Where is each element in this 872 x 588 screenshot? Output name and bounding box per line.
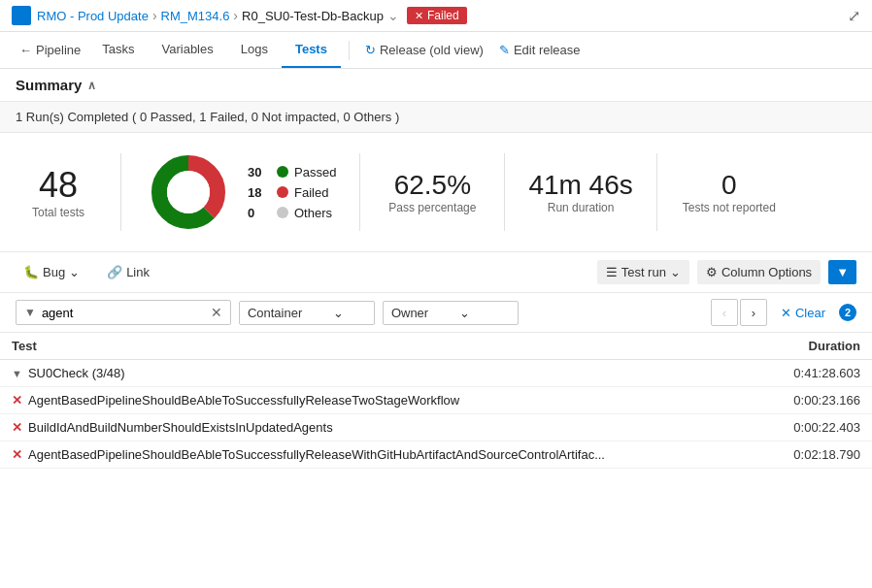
test-case-name[interactable]: BuildIdAndBuildNumberShouldExistsInUpdat… bbox=[28, 420, 333, 435]
bug-button[interactable]: 🐛 Bug ⌄ bbox=[16, 261, 87, 283]
chart-legend: 30 Passed 18 Failed 0 Others bbox=[248, 165, 336, 220]
test-case-name[interactable]: AgentBasedPipelineShouldBeAbleToSuccessf… bbox=[28, 447, 605, 462]
test-name-cell: ✕AgentBasedPipelineShouldBeAbleToSuccess… bbox=[0, 441, 761, 469]
refresh-icon: ↻ bbox=[365, 43, 376, 57]
container-label: Container bbox=[248, 306, 302, 320]
prev-page-button[interactable]: ‹ bbox=[711, 299, 738, 326]
test-case-name[interactable]: AgentBasedPipelineShouldBeAbleToSuccessf… bbox=[28, 393, 459, 408]
failed-dot bbox=[277, 186, 288, 198]
test-duration-cell: 0:00:23.166 bbox=[761, 387, 872, 414]
edit-release-label: Edit release bbox=[514, 43, 581, 57]
passed-dot bbox=[277, 166, 288, 178]
test-run-label: Test run bbox=[621, 265, 666, 279]
test-run-button[interactable]: ☰ Test run ⌄ bbox=[597, 260, 689, 284]
search-input[interactable] bbox=[42, 306, 205, 320]
search-filter-wrap: ▼ ✕ bbox=[16, 300, 231, 325]
failed-count: 18 bbox=[248, 185, 271, 200]
total-tests-label: Total tests bbox=[19, 206, 97, 219]
breadcrumb-dropdown-icon[interactable]: ⌄ bbox=[387, 8, 399, 23]
owner-dropdown[interactable]: Owner ⌄ bbox=[383, 301, 519, 325]
filter-active-button[interactable]: ▼ bbox=[828, 260, 856, 284]
expand-button[interactable]: ⤢ bbox=[848, 7, 860, 25]
table-row: ▼SU0Check (3/48)0:41:28.603 bbox=[0, 360, 872, 387]
tab-tests[interactable]: Tests bbox=[282, 32, 341, 68]
test-fail-icon: ✕ bbox=[12, 393, 22, 408]
clear-x-icon: ✕ bbox=[781, 306, 791, 320]
test-table-wrap: Test Duration ▼SU0Check (3/48)0:41:28.60… bbox=[0, 333, 872, 469]
back-icon: ← bbox=[19, 43, 32, 57]
duration-value: 41m 46s bbox=[528, 170, 632, 201]
container-dropdown[interactable]: Container ⌄ bbox=[239, 301, 375, 325]
link-label: Link bbox=[126, 265, 150, 279]
bug-dropdown-icon: ⌄ bbox=[69, 265, 80, 279]
toolbar-right: ☰ Test run ⌄ ⚙ Column Options ▼ bbox=[597, 260, 856, 284]
tab-logs[interactable]: Logs bbox=[227, 32, 282, 68]
filter-count-badge: 2 bbox=[839, 304, 856, 321]
nav-tabs: ← Pipeline Tasks Variables Logs Tests ↻ … bbox=[0, 32, 872, 69]
column-options-button[interactable]: ⚙ Column Options bbox=[697, 260, 821, 284]
edit-release-link[interactable]: ✎ Edit release bbox=[491, 33, 588, 67]
divider-1 bbox=[120, 153, 121, 231]
run-info-bar: 1 Run(s) Completed ( 0 Passed, 1 Failed,… bbox=[0, 101, 872, 133]
clear-search-icon[interactable]: ✕ bbox=[211, 305, 222, 320]
link-button[interactable]: 🔗 Link bbox=[99, 261, 157, 283]
test-name-cell: ✕AgentBasedPipelineShouldBeAbleToSuccess… bbox=[0, 387, 761, 414]
next-page-button[interactable]: › bbox=[740, 299, 767, 326]
edit-icon: ✎ bbox=[499, 43, 510, 57]
breadcrumb-item-rmo[interactable]: RMO - Prod Update bbox=[37, 9, 149, 23]
summary-chevron: ∧ bbox=[87, 79, 96, 92]
failed-label: Failed bbox=[294, 185, 328, 200]
test-duration-cell: 0:41:28.603 bbox=[761, 360, 872, 387]
table-header-row: Test Duration bbox=[0, 333, 872, 360]
tab-tasks[interactable]: Tasks bbox=[88, 32, 148, 68]
passed-label: Passed bbox=[294, 165, 336, 180]
test-fail-icon: ✕ bbox=[12, 447, 22, 462]
not-reported-block: 0 Tests not reported bbox=[681, 170, 778, 214]
column-options-icon: ⚙ bbox=[706, 265, 718, 279]
duration-label: Run duration bbox=[528, 201, 632, 214]
expand-arrow[interactable]: ▼ bbox=[12, 368, 22, 379]
owner-label: Owner bbox=[391, 306, 428, 320]
back-pipeline[interactable]: ← Pipeline bbox=[12, 33, 88, 67]
others-count: 0 bbox=[248, 206, 271, 220]
divider-4 bbox=[656, 153, 657, 231]
group-name[interactable]: SU0Check (3/48) bbox=[28, 366, 125, 380]
breadcrumb-item-rm[interactable]: RM_M134.6 bbox=[161, 9, 230, 23]
not-reported-label: Tests not reported bbox=[681, 201, 778, 214]
svg-point-3 bbox=[167, 171, 210, 213]
stats-area: 48 Total tests 30 Passed 18 bbox=[0, 133, 872, 252]
summary-section: Summary ∧ bbox=[0, 69, 872, 101]
test-duration-cell: 0:00:22.403 bbox=[761, 414, 872, 441]
back-label: Pipeline bbox=[36, 43, 81, 57]
total-tests-block: 48 Total tests bbox=[19, 165, 97, 219]
summary-header[interactable]: Summary ∧ bbox=[16, 77, 856, 93]
breadcrumb-sep-2: › bbox=[233, 8, 238, 23]
status-badge: Failed bbox=[407, 7, 467, 24]
table-row: ✕BuildIdAndBuildNumberShouldExistsInUpda… bbox=[0, 414, 872, 441]
test-run-icon: ☰ bbox=[606, 265, 618, 279]
pagination-arrows: ‹ › bbox=[711, 299, 767, 326]
old-view-link[interactable]: ↻ Release (old view) bbox=[357, 33, 491, 67]
duration-block: 41m 46s Run duration bbox=[528, 170, 632, 214]
table-row: ✕AgentBasedPipelineShouldBeAbleToSuccess… bbox=[0, 441, 872, 469]
pass-pct-label: Pass percentage bbox=[384, 201, 481, 214]
test-name-cell: ▼SU0Check (3/48) bbox=[0, 360, 761, 387]
test-duration-cell: 0:02:18.790 bbox=[761, 441, 872, 469]
test-fail-icon: ✕ bbox=[12, 420, 22, 435]
donut-chart bbox=[145, 148, 232, 236]
bug-label: Bug bbox=[43, 265, 65, 279]
search-filter-icon: ▼ bbox=[24, 306, 36, 319]
clear-filters-button[interactable]: ✕ Clear bbox=[775, 302, 831, 324]
filter-icon: ▼ bbox=[836, 265, 849, 279]
total-tests-count: 48 bbox=[19, 165, 97, 206]
column-options-label: Column Options bbox=[721, 265, 812, 279]
test-run-dropdown-icon: ⌄ bbox=[670, 265, 681, 279]
test-name-cell: ✕BuildIdAndBuildNumberShouldExistsInUpda… bbox=[0, 414, 761, 441]
azure-devops-logo bbox=[12, 6, 31, 25]
breadcrumb-item-r0[interactable]: R0_SU0-Test-Db-Backup bbox=[242, 9, 384, 23]
summary-title: Summary bbox=[16, 77, 82, 93]
donut-chart-area: 30 Passed 18 Failed 0 Others bbox=[145, 148, 336, 236]
pass-pct-block: 62.5% Pass percentage bbox=[384, 170, 481, 214]
legend-passed: 30 Passed bbox=[248, 165, 336, 180]
tab-variables[interactable]: Variables bbox=[149, 32, 227, 68]
